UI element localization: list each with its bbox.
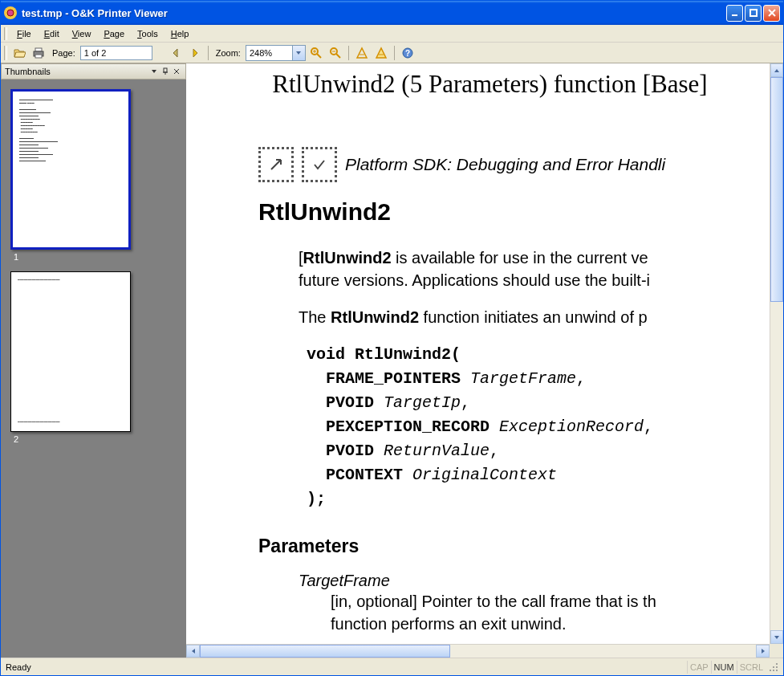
paragraph-2: The RtlUnwind2 function initiates an unw… — [299, 306, 770, 328]
menu-edit[interactable]: Edit — [38, 27, 66, 40]
menu-tools[interactable]: Tools — [131, 27, 165, 40]
thumbnail-page-1[interactable]: ▬▬▬▬▬▬▬▬▬▬▬▬▬▬▬▬▬ ▬▬▬▬▬▬▬▬▬▬▬▬▬▬▬▬▬▬▬▬▬▬… — [10, 89, 177, 262]
svg-rect-7 — [35, 55, 42, 58]
svg-rect-5 — [35, 48, 42, 51]
zoom-in-button[interactable] — [307, 44, 325, 62]
help-button[interactable]: ? — [399, 44, 416, 62]
maximize-button[interactable] — [745, 5, 762, 22]
scroll-thumb-v[interactable] — [770, 77, 783, 302]
chevron-down-icon[interactable] — [292, 46, 305, 60]
svg-point-29 — [776, 663, 778, 665]
svg-text:?: ? — [405, 49, 410, 58]
toolbar-separator — [208, 46, 209, 60]
find-next-button[interactable] — [372, 44, 390, 62]
thumbnail-page-2[interactable]: ▬▬▬▬▬▬▬▬▬▬▬▬▬▬▬▬▬▬▬▬▬▬▬▬▬▬▬▬▬▬▬▬▬▬▬▬▬▬▬▬… — [10, 271, 177, 444]
find-button[interactable] — [353, 44, 371, 62]
menu-view[interactable]: View — [66, 27, 98, 40]
scroll-down-icon[interactable] — [770, 630, 783, 644]
svg-rect-2 — [750, 10, 757, 16]
status-text: Ready — [6, 662, 687, 672]
svg-point-0 — [7, 10, 14, 16]
thumbnail-label: 1 — [10, 252, 177, 262]
workspace: Thumbnails ▬▬▬▬▬▬▬▬▬▬▬▬▬▬▬▬▬ ▬▬▬▬▬▬▬▬▬▬▬… — [1, 63, 783, 658]
code-block: void RtlUnwind2( FRAME_POINTERS TargetFr… — [307, 343, 770, 511]
status-cap: CAP — [687, 661, 711, 674]
svg-point-24 — [776, 670, 778, 671]
minimize-button[interactable] — [726, 5, 743, 22]
page-input[interactable] — [80, 46, 152, 60]
zoom-value: 248% — [250, 48, 272, 58]
menu-help[interactable]: Help — [165, 27, 196, 40]
param-desc-1: [in, optional] Pointer to the call frame… — [331, 590, 770, 635]
thumbnails-body: ▬▬▬▬▬▬▬▬▬▬▬▬▬▬▬▬▬ ▬▬▬▬▬▬▬▬▬▬▬▬▬▬▬▬▬▬▬▬▬▬… — [1, 79, 186, 658]
svg-rect-19 — [164, 68, 167, 72]
thumbnails-header: Thumbnails — [1, 63, 186, 79]
panel-close-icon[interactable] — [171, 66, 182, 77]
sdk-row: Platform SDK: Debugging and Error Handli — [258, 147, 770, 182]
param-name-1: TargetFrame — [299, 572, 770, 590]
panel-menu-icon[interactable] — [148, 66, 160, 77]
svg-line-13 — [336, 54, 340, 58]
page-label: Page: — [49, 48, 79, 58]
titlebar: test.tmp - O&K Printer Viewer — [1, 1, 783, 25]
horizontal-scrollbar[interactable] — [186, 644, 770, 658]
checkmark-icon — [302, 147, 337, 182]
toolbar-separator-3 — [394, 46, 395, 60]
menu-page[interactable]: Page — [97, 27, 131, 40]
svg-point-25 — [773, 670, 774, 671]
menubar-grip[interactable] — [4, 27, 7, 40]
thumbnails-panel: Thumbnails ▬▬▬▬▬▬▬▬▬▬▬▬▬▬▬▬▬ ▬▬▬▬▬▬▬▬▬▬▬… — [1, 63, 186, 658]
app-icon — [4, 6, 17, 19]
window-title: test.tmp - O&K Printer Viewer — [22, 7, 726, 19]
toolbar-separator-2 — [348, 46, 349, 60]
scroll-left-icon[interactable] — [186, 645, 200, 658]
prev-page-button[interactable] — [167, 44, 185, 62]
document-content: RtlUnwind2 (5 Parameters) function [Base… — [186, 63, 770, 644]
sdk-text: Platform SDK: Debugging and Error Handli — [345, 155, 665, 174]
paragraph-1: [RtlUnwind2 is available for use in the … — [299, 246, 770, 291]
heading-parameters: Parameters — [258, 536, 770, 557]
zoom-combo[interactable]: 248% — [246, 45, 306, 61]
svg-point-26 — [776, 666, 778, 668]
scroll-up-icon[interactable] — [770, 63, 783, 77]
scroll-track-v[interactable] — [770, 77, 783, 630]
next-page-button[interactable] — [186, 44, 204, 62]
menu-file[interactable]: File — [10, 27, 38, 40]
page-title: RtlUnwind2 (5 Parameters) function [Base… — [210, 70, 770, 99]
pin-icon[interactable] — [160, 66, 171, 77]
svg-point-28 — [773, 666, 774, 668]
statusbar: Ready CAP NUM SCRL — [1, 658, 783, 675]
close-button[interactable] — [763, 5, 780, 22]
zoom-out-button[interactable] — [327, 44, 344, 62]
svg-point-27 — [770, 670, 771, 671]
status-scrl: SCRL — [737, 661, 766, 674]
thumbnail-label: 2 — [10, 434, 177, 444]
thumbnails-title: Thumbnails — [5, 67, 148, 76]
scroll-corner — [770, 644, 783, 658]
expand-icon — [258, 147, 294, 182]
scroll-right-icon[interactable] — [756, 645, 770, 658]
scroll-track-h[interactable] — [200, 645, 756, 658]
window-controls — [726, 5, 780, 22]
zoom-label: Zoom: — [213, 48, 244, 58]
print-button[interactable] — [30, 44, 47, 62]
vertical-scrollbar[interactable] — [770, 63, 783, 644]
menubar: File Edit View Page Tools Help — [1, 25, 783, 43]
status-num: NUM — [711, 661, 737, 674]
svg-line-9 — [317, 54, 321, 58]
toolbar-grip[interactable] — [4, 46, 7, 60]
document-area: RtlUnwind2 (5 Parameters) function [Base… — [186, 63, 783, 658]
scroll-thumb-h[interactable] — [200, 645, 450, 658]
resize-grip[interactable] — [766, 662, 778, 672]
open-button[interactable] — [10, 44, 28, 62]
toolbar: Page: Zoom: 248% ? — [1, 43, 783, 63]
heading-1: RtlUnwind2 — [258, 198, 770, 226]
